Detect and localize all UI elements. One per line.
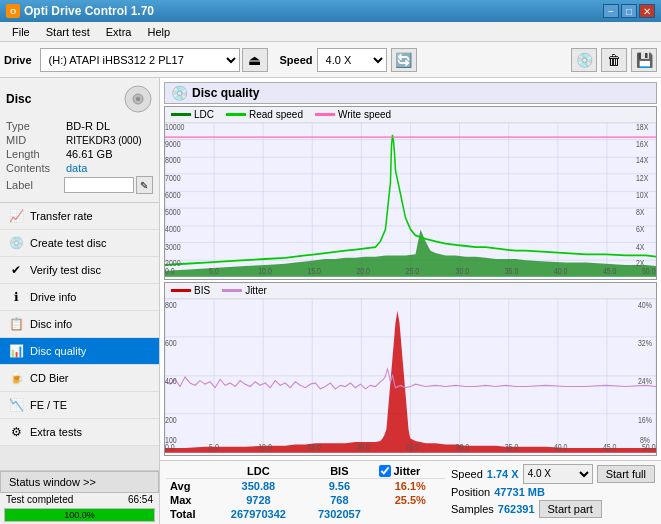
max-row: Max 9728 768 25.5% <box>166 493 445 507</box>
disc-label-row: Label ✎ <box>6 176 153 194</box>
drive-dropdown[interactable]: (H:) ATAPI iHBS312 2 PL17 <box>40 48 240 72</box>
samples-label: Samples <box>451 503 494 515</box>
menu-start-test[interactable]: Start test <box>38 24 98 40</box>
svg-text:7000: 7000 <box>165 173 181 183</box>
app-icon: O <box>6 4 20 18</box>
disc-svg-icon <box>123 84 153 114</box>
svg-text:3000: 3000 <box>165 242 181 252</box>
read-legend-dot <box>226 113 246 116</box>
nav-cd-bier-label: CD Bier <box>30 372 69 384</box>
nav-cd-bier[interactable]: 🍺 CD Bier <box>0 365 159 392</box>
transfer-rate-icon: 📈 <box>8 208 24 224</box>
nav-extra-tests-label: Extra tests <box>30 426 82 438</box>
total-bis: 7302057 <box>303 507 375 521</box>
disc-quality-icon: 📊 <box>8 343 24 359</box>
speed-stat-select[interactable]: 4.0 X <box>523 464 593 484</box>
label-edit-button[interactable]: ✎ <box>136 176 153 194</box>
nav-disc-info[interactable]: 📋 Disc info <box>0 311 159 338</box>
minimize-button[interactable]: − <box>603 4 619 18</box>
nav-drive-info[interactable]: ℹ Drive info <box>0 284 159 311</box>
nav-create-test-disc-label: Create test disc <box>30 237 106 249</box>
total-row: Total 267970342 7302057 <box>166 507 445 521</box>
col-header-jitter-cell: Jitter <box>375 464 445 479</box>
svg-text:20.0: 20.0 <box>356 267 370 277</box>
progress-bar-fill: 100.0% <box>5 509 154 521</box>
top-chart-svg: 0.0 5.0 10.0 15.0 20.0 25.0 30.0 35.0 40… <box>165 123 656 277</box>
avg-ldc: 350.88 <box>214 479 304 494</box>
menu-extra[interactable]: Extra <box>98 24 140 40</box>
nav-verify-test-disc[interactable]: ✔ Verify test disc <box>0 257 159 284</box>
refresh-button[interactable]: 🔄 <box>391 48 417 72</box>
maximize-button[interactable]: □ <box>621 4 637 18</box>
samples-start-row: Samples 762391 Start part <box>451 500 655 518</box>
fe-te-icon: 📉 <box>8 397 24 413</box>
nav-items: 📈 Transfer rate 💿 Create test disc ✔ Ver… <box>0 203 159 470</box>
position-label: Position <box>451 486 490 498</box>
svg-text:10.0: 10.0 <box>258 267 272 277</box>
svg-text:5.0: 5.0 <box>209 267 219 277</box>
nav-transfer-rate[interactable]: 📈 Transfer rate <box>0 203 159 230</box>
avg-jitter: 16.1% <box>375 479 445 494</box>
nav-verify-test-disc-label: Verify test disc <box>30 264 101 276</box>
start-part-button[interactable]: Start part <box>539 500 602 518</box>
top-chart: LDC Read speed Write speed <box>164 106 657 280</box>
progress-label: 100.0% <box>64 510 95 520</box>
stats-row: LDC BIS Jitter Avg 350.88 <box>166 464 655 522</box>
nav-disc-quality-label: Disc quality <box>30 345 86 357</box>
svg-text:5.0: 5.0 <box>209 443 219 453</box>
status-window-button[interactable]: Status window >> <box>0 471 159 493</box>
write-legend-dot <box>315 113 335 116</box>
bottom-chart: BIS Jitter <box>164 282 657 456</box>
speed-stat-value: 1.74 X <box>487 468 519 480</box>
app-title: Opti Drive Control 1.70 <box>24 4 154 18</box>
type-label: Type <box>6 120 66 132</box>
col-header-bis: BIS <box>303 464 375 479</box>
write-legend: Write speed <box>315 109 391 120</box>
progress-bar-container: 100.0% <box>4 508 155 522</box>
menu-help[interactable]: Help <box>139 24 178 40</box>
svg-text:10.0: 10.0 <box>258 443 272 453</box>
svg-text:32%: 32% <box>638 339 652 349</box>
stats-right-panel: Speed 1.74 X 4.0 X Start full Position 4… <box>451 464 655 518</box>
erase-button[interactable]: 🗑 <box>601 48 627 72</box>
nav-extra-tests[interactable]: ⚙ Extra tests <box>0 419 159 446</box>
status-text: Test completed <box>6 494 73 505</box>
svg-text:5000: 5000 <box>165 208 181 218</box>
total-jitter-empty <box>375 507 445 521</box>
svg-text:45.0: 45.0 <box>603 443 617 453</box>
disc-type-field: Type BD-R DL <box>6 120 153 132</box>
svg-text:6X: 6X <box>636 224 645 234</box>
svg-text:2X: 2X <box>636 259 645 269</box>
label-label: Label <box>6 179 64 191</box>
svg-text:40.0: 40.0 <box>554 443 568 453</box>
jitter-checkbox[interactable] <box>379 465 391 477</box>
svg-text:8X: 8X <box>636 208 645 218</box>
speed-stat-label: Speed <box>451 468 483 480</box>
stats-table: LDC BIS Jitter Avg 350.88 <box>166 464 445 522</box>
cd-bier-icon: 🍺 <box>8 370 24 386</box>
svg-text:2000: 2000 <box>165 259 181 269</box>
speed-info-row: Speed 1.74 X 4.0 X Start full <box>451 464 655 484</box>
disc-contents-field: Contents data <box>6 162 153 174</box>
nav-disc-quality[interactable]: 📊 Disc quality <box>0 338 159 365</box>
chart-header-icon: 💿 <box>171 85 188 101</box>
col-header-jitter: Jitter <box>393 465 420 477</box>
close-button[interactable]: ✕ <box>639 4 655 18</box>
speed-dropdown[interactable]: 4.0 X 2.0 X 8.0 X <box>317 48 387 72</box>
avg-label: Avg <box>166 479 214 494</box>
samples-value: 762391 <box>498 503 535 515</box>
nav-fe-te[interactable]: 📉 FE / TE <box>0 392 159 419</box>
svg-text:16%: 16% <box>638 415 652 425</box>
svg-text:30.0: 30.0 <box>456 267 470 277</box>
start-full-button[interactable]: Start full <box>597 465 655 483</box>
eject-button[interactable]: ⏏ <box>242 48 268 72</box>
label-input[interactable] <box>64 177 134 193</box>
menu-file[interactable]: File <box>4 24 38 40</box>
max-bis: 768 <box>303 493 375 507</box>
type-value: BD-R DL <box>66 120 110 132</box>
sidebar: Disc Type BD-R DL MID RITEKDR3 <box>0 78 160 524</box>
status-panel: Status window >> Test completed 66:54 10… <box>0 470 159 524</box>
nav-create-test-disc[interactable]: 💿 Create test disc <box>0 230 159 257</box>
save-button[interactable]: 💾 <box>631 48 657 72</box>
disc-button[interactable]: 💿 <box>571 48 597 72</box>
